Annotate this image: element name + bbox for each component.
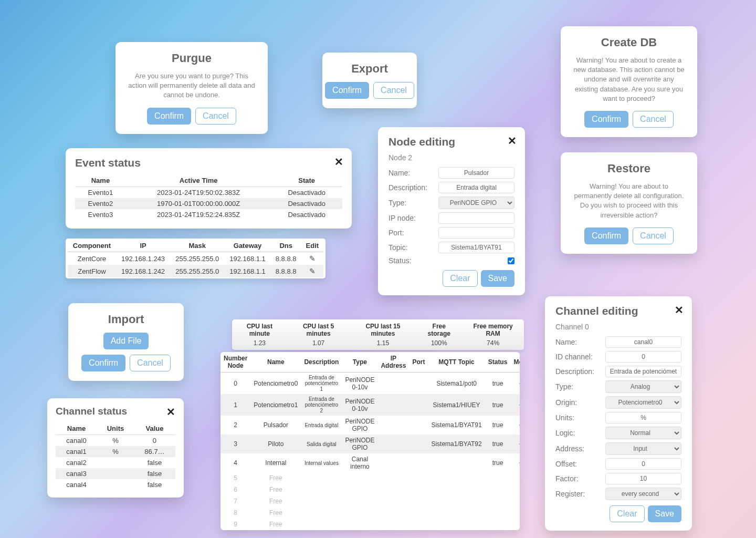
plus-icon[interactable]: + <box>519 379 520 388</box>
createdb-dialog: Create DB Warning! You are about to crea… <box>561 26 697 137</box>
table-row: 5Free <box>220 472 520 484</box>
table-row: 1Potenciometro1Entrada de potenciómetro … <box>220 394 520 416</box>
table-row: Evento21970-01-01T00:00:00.000ZDesactiva… <box>75 198 342 209</box>
table-row: canal4false <box>56 479 175 490</box>
pencil-icon[interactable]: ✎ <box>309 267 316 275</box>
pencil-icon[interactable]: ✎ <box>309 254 316 263</box>
nodeedit-type-select[interactable]: PeriNODE GPIO <box>438 196 514 209</box>
export-dialog: Export Confirm Cancel <box>322 53 417 108</box>
channeledit-close-icon[interactable]: ✕ <box>675 304 684 316</box>
nodeedit-save-button[interactable]: Save <box>481 270 514 287</box>
table-row: canal0%0 <box>56 435 175 447</box>
table-row: canal1%86.7… <box>56 446 175 457</box>
table-row: 8Free <box>220 507 520 519</box>
stats-card: CPU last minute CPU last 5 minutes CPU l… <box>232 319 524 350</box>
network-card: Component IP Mask Gateway Dns Edit ZentC… <box>66 239 326 278</box>
purgue-cancel-button[interactable]: Cancel <box>195 108 236 125</box>
nodeedit-title: Node editing <box>388 136 514 148</box>
table-row: 9Free <box>220 519 520 530</box>
nodes-table: Number Node Name Description Type IP Add… <box>220 352 520 530</box>
import-title: Import <box>80 313 172 326</box>
channeledit-id-field[interactable] <box>605 351 681 363</box>
eventstatus-table: Name Active Time State Evento12023-01-24… <box>75 174 342 220</box>
createdb-title: Create DB <box>572 36 686 49</box>
import-confirm-button[interactable]: Confirm <box>81 355 125 371</box>
purgue-title: Purgue <box>127 51 256 65</box>
table-row: 2PulsadorEntrada digitalPeriNODE GPIOSis… <box>220 416 520 434</box>
table-row: ZentCore 192.168.1.243 255.255.255.0 192… <box>68 252 323 265</box>
import-dialog: Import Add File Confirm Cancel <box>68 303 184 381</box>
createdb-cancel-button[interactable]: Cancel <box>633 111 674 128</box>
export-title: Export <box>334 62 405 76</box>
nodeedit-card: Node editing ✕ Node 2 Name: Description:… <box>378 127 525 295</box>
table-row: 6Free <box>220 484 520 495</box>
channeledit-clear-button[interactable]: Clear <box>610 505 644 522</box>
channelstatus-table: Name Units Value canal0%0 canal1%86.7… c… <box>56 422 175 490</box>
channeledit-subtitle: Channel 0 <box>555 323 681 331</box>
purgue-confirm-button[interactable]: Confirm <box>147 108 191 125</box>
export-cancel-button[interactable]: Cancel <box>373 82 414 99</box>
channeledit-type-select[interactable]: Analog <box>605 380 681 393</box>
table-row: 0Potenciometro0Entrada de potenciómetro … <box>220 373 520 395</box>
purgue-text: Are you sure you want to purge? This act… <box>127 71 256 100</box>
table-row: ZentFlow 192.168.1.242 255.255.255.0 192… <box>68 265 323 277</box>
channeledit-card: Channel editing ✕ Channel 0 Name: ID cha… <box>545 296 692 531</box>
nodeedit-desc-field[interactable] <box>438 182 514 193</box>
channeledit-factor-field[interactable] <box>605 473 681 484</box>
channelstatus-title: Channel status <box>56 406 175 417</box>
table-row: 7Free <box>220 495 520 507</box>
import-addfile-button[interactable]: Add File <box>103 333 149 349</box>
network-table: Component IP Mask Gateway Dns Edit ZentC… <box>68 240 323 277</box>
plus-icon[interactable]: + <box>519 439 520 448</box>
nodeedit-name-field[interactable] <box>438 167 514 179</box>
channeledit-name-field[interactable] <box>605 336 681 348</box>
nodes-card: Number Node Name Description Type IP Add… <box>220 352 520 530</box>
eventstatus-h-name: Name <box>75 174 126 187</box>
table-row: Evento12023-01-24T19:50:02.383ZDesactiva… <box>75 187 342 199</box>
restore-title: Restore <box>572 162 686 175</box>
channeledit-desc-field[interactable] <box>605 366 681 377</box>
eventstatus-close-icon[interactable]: ✕ <box>334 156 343 168</box>
channeledit-logic-select[interactable]: Normal <box>605 427 681 439</box>
channeledit-origin-select[interactable]: Potenciometro0 <box>605 396 681 409</box>
channeledit-save-button[interactable]: Save <box>648 505 681 522</box>
nodeedit-ip-field[interactable] <box>438 212 514 224</box>
createdb-text: Warning! You are about to create a new d… <box>572 56 686 104</box>
channeledit-units-field[interactable] <box>605 412 681 423</box>
channelstatus-close-icon[interactable]: ✕ <box>166 406 175 418</box>
nodeedit-subtitle: Node 2 <box>388 153 514 162</box>
channeledit-offset-field[interactable] <box>605 458 681 470</box>
eventstatus-h-active: Active Time <box>126 174 271 187</box>
eventstatus-title: Event status <box>75 157 342 169</box>
restore-cancel-button[interactable]: Cancel <box>633 227 674 244</box>
channeledit-title: Channel editing <box>555 305 681 317</box>
table-row: canal2false <box>56 457 175 468</box>
table-row: 4InternalInternal valuesCanal internotru… <box>220 453 520 472</box>
nodeedit-port-field[interactable] <box>438 227 514 239</box>
nodeedit-close-icon[interactable]: ✕ <box>508 134 517 147</box>
nodeedit-clear-button[interactable]: Clear <box>443 270 477 287</box>
channeledit-register-select[interactable]: every second <box>605 488 681 500</box>
table-row: Evento32023-01-24T19:52:24.835ZDesactiva… <box>75 209 342 220</box>
table-row: canal3false <box>56 468 175 479</box>
nodeedit-topic-field[interactable] <box>438 242 514 253</box>
eventstatus-h-state: State <box>271 174 342 187</box>
channelstatus-card: Channel status ✕ Name Units Value canal0… <box>47 398 184 498</box>
purgue-dialog: Purgue Are you sure you want to purge? T… <box>116 42 268 134</box>
plus-icon[interactable]: + <box>519 420 520 429</box>
table-row: 3PilotoSalida digitalPeriNODE GPIOSistem… <box>220 434 520 453</box>
eventstatus-card: Event status ✕ Name Active Time State Ev… <box>66 148 352 229</box>
stats-table: CPU last minute CPU last 5 minutes CPU l… <box>232 322 524 348</box>
channeledit-address-select[interactable]: Input <box>605 442 681 455</box>
plus-icon[interactable]: + <box>519 400 520 409</box>
restore-dialog: Restore Warning! You are about to perman… <box>561 152 697 254</box>
export-confirm-button[interactable]: Confirm <box>325 82 369 99</box>
plus-icon[interactable]: + <box>519 458 520 467</box>
nodeedit-status-checkbox[interactable] <box>508 257 514 264</box>
import-cancel-button[interactable]: Cancel <box>130 355 171 371</box>
restore-confirm-button[interactable]: Confirm <box>584 227 628 244</box>
createdb-confirm-button[interactable]: Confirm <box>584 111 628 128</box>
restore-text: Warning! You are about to permanently de… <box>572 182 686 220</box>
